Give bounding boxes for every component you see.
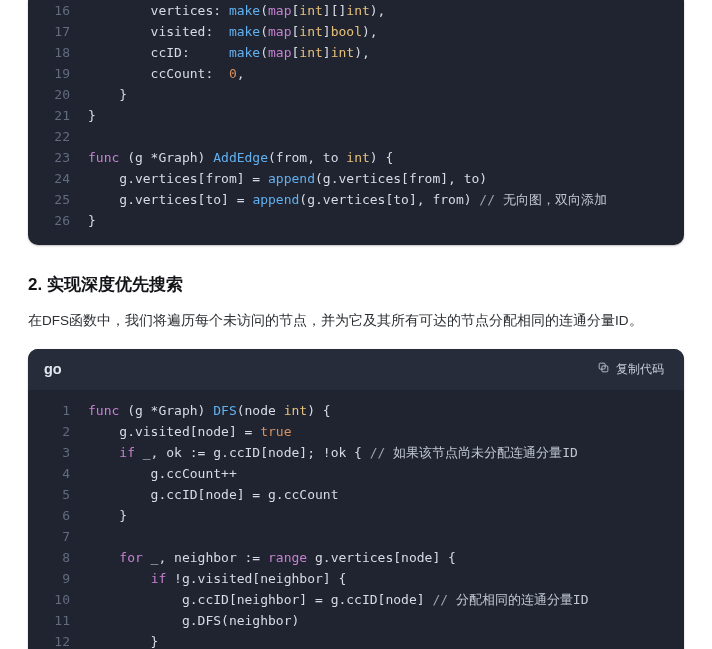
line-number-gutter: 123456789101112 xyxy=(28,400,88,649)
article-body: 1617181920212223242526 vertices: make(ma… xyxy=(0,0,712,649)
code-block-graph-struct: 1617181920212223242526 vertices: make(ma… xyxy=(28,0,684,245)
code-body: 123456789101112 func (g *Graph) DFS(node… xyxy=(28,390,684,649)
code-source[interactable]: func (g *Graph) DFS(node int) { g.visite… xyxy=(88,400,684,649)
code-source[interactable]: vertices: make(map[int][]int), visited: … xyxy=(88,0,684,231)
line-number-gutter: 1617181920212223242526 xyxy=(28,0,88,231)
section-paragraph: 在DFS函数中，我们将遍历每个未访问的节点，并为它及其所有可达的节点分配相同的连… xyxy=(28,310,684,333)
copy-code-button[interactable]: 复制代码 xyxy=(593,359,668,380)
copy-code-label: 复制代码 xyxy=(616,361,664,378)
copy-icon xyxy=(597,361,610,377)
section-heading: 2. 实现深度优先搜索 xyxy=(28,273,684,296)
code-header: go 复制代码 xyxy=(28,349,684,390)
code-block-dfs: go 复制代码 123456789101112 func (g *Graph) … xyxy=(28,349,684,649)
code-language-label: go xyxy=(44,361,62,377)
code-body: 1617181920212223242526 vertices: make(ma… xyxy=(28,0,684,245)
